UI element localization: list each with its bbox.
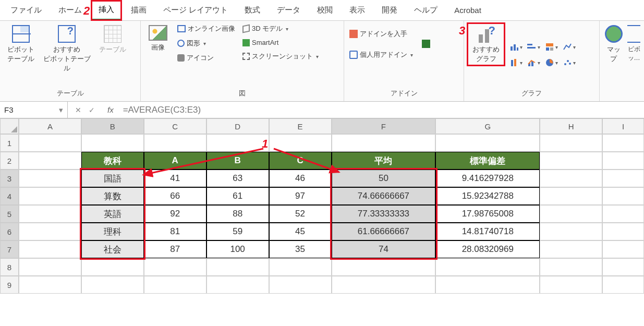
tab-developer[interactable]: 開発: [374, 1, 405, 19]
cancel-formula-button[interactable]: ✕: [75, 106, 81, 114]
column-chart-button[interactable]: ▾: [508, 40, 524, 54]
cell[interactable]: [540, 223, 602, 240]
bing-maps-addin[interactable]: [418, 23, 434, 65]
table-button[interactable]: テーブル: [95, 23, 130, 56]
cell[interactable]: [540, 152, 602, 170]
cell[interactable]: [540, 258, 602, 276]
cell[interactable]: [206, 258, 269, 276]
fx-icon[interactable]: fx: [102, 105, 119, 114]
scatter-chart-button[interactable]: ▾: [561, 56, 577, 69]
tab-help[interactable]: ヘルプ: [407, 1, 445, 19]
cell[interactable]: [540, 187, 602, 205]
cell[interactable]: 52: [269, 205, 332, 223]
cell[interactable]: [540, 240, 602, 258]
cell[interactable]: 92: [144, 205, 206, 223]
cell[interactable]: [19, 258, 81, 276]
name-box[interactable]: F3 ▾: [0, 102, 68, 118]
table-header-avg[interactable]: 平均: [332, 152, 436, 170]
row-header-9[interactable]: 9: [0, 276, 19, 294]
cell[interactable]: 59: [206, 223, 269, 240]
row-header-4[interactable]: 4: [0, 187, 19, 205]
table-header-c[interactable]: C: [269, 152, 332, 170]
tab-acrobat[interactable]: Acrobat: [447, 2, 489, 19]
tab-home[interactable]: ホーム: [51, 1, 89, 19]
cell[interactable]: [19, 223, 81, 240]
cell[interactable]: [19, 170, 81, 187]
cell-avg[interactable]: 77.33333333: [332, 205, 436, 223]
smartart-button[interactable]: SmartArt: [240, 38, 321, 47]
cell[interactable]: [602, 276, 644, 294]
col-header-E[interactable]: E: [269, 118, 332, 134]
row-header-2[interactable]: 2: [0, 152, 19, 170]
col-header-C[interactable]: C: [144, 118, 206, 134]
cell[interactable]: [206, 276, 269, 294]
formula-input[interactable]: =AVERAGE(C3:E3): [119, 105, 644, 115]
cell-subject[interactable]: 理科: [81, 223, 144, 240]
cell[interactable]: [602, 258, 644, 276]
tab-layout[interactable]: ページ レイアウト: [156, 1, 235, 19]
cell[interactable]: 46: [269, 170, 332, 187]
tab-file[interactable]: ファイル: [3, 1, 49, 19]
recommended-pivot-button[interactable]: おすすめ ピボットテーブル: [42, 23, 92, 75]
cell[interactable]: [540, 276, 602, 294]
3d-model-button[interactable]: 3D モデル▾: [240, 23, 321, 34]
table-header-b[interactable]: B: [206, 152, 269, 170]
tab-formulas[interactable]: 数式: [237, 1, 268, 19]
cell[interactable]: 66: [144, 187, 206, 205]
cell[interactable]: [144, 276, 206, 294]
shapes-button[interactable]: 図形▾: [175, 38, 237, 49]
cell[interactable]: [602, 187, 644, 205]
table-header-std[interactable]: 標準偏差: [435, 152, 540, 170]
cell[interactable]: 35: [269, 240, 332, 258]
cell[interactable]: [540, 205, 602, 223]
row-header-1[interactable]: 1: [0, 134, 19, 152]
cell[interactable]: 41: [144, 170, 206, 187]
cell[interactable]: 100: [206, 240, 269, 258]
row-header-6[interactable]: 6: [0, 223, 19, 240]
cell-avg[interactable]: 74.66666667: [332, 187, 436, 205]
select-all-corner[interactable]: [0, 118, 19, 134]
cell[interactable]: [435, 258, 540, 276]
cell-std[interactable]: 14.81740718: [435, 223, 540, 240]
cell[interactable]: [435, 276, 540, 294]
table-header-subject[interactable]: 教科: [81, 152, 144, 170]
cell-subject[interactable]: 国語: [81, 170, 144, 187]
tab-review[interactable]: 校閲: [310, 1, 340, 19]
cell[interactable]: 97: [269, 187, 332, 205]
cell[interactable]: [81, 276, 144, 294]
table-header-a[interactable]: A: [144, 152, 206, 170]
cell[interactable]: [19, 187, 81, 205]
row-header-3[interactable]: 3: [0, 170, 19, 187]
pivot-table-button[interactable]: ピボット テーブル: [3, 23, 39, 66]
cell-subject[interactable]: 社会: [81, 240, 144, 258]
cell[interactable]: [602, 240, 644, 258]
cell-subject[interactable]: 算数: [81, 187, 144, 205]
col-header-A[interactable]: A: [19, 118, 81, 134]
cell[interactable]: [19, 134, 81, 152]
cell[interactable]: 61: [206, 187, 269, 205]
cell[interactable]: [332, 258, 436, 276]
map-button[interactable]: マップ: [603, 23, 624, 66]
cell[interactable]: [81, 134, 144, 152]
col-header-H[interactable]: H: [540, 118, 602, 134]
col-header-F[interactable]: F: [332, 118, 436, 134]
cell[interactable]: [602, 170, 644, 187]
combo-chart-button[interactable]: ▾: [526, 56, 541, 69]
cell[interactable]: 81: [144, 223, 206, 240]
cell[interactable]: 88: [206, 205, 269, 223]
cell[interactable]: 63: [206, 170, 269, 187]
online-image-button[interactable]: オンライン画像: [175, 23, 237, 34]
cell[interactable]: [81, 258, 144, 276]
chevron-down-icon[interactable]: ▾: [59, 105, 63, 115]
icons-button[interactable]: アイコン: [175, 52, 237, 64]
cell[interactable]: 45: [269, 223, 332, 240]
cell[interactable]: [540, 134, 602, 152]
row-header-5[interactable]: 5: [0, 205, 19, 223]
cell[interactable]: [269, 134, 332, 152]
line-chart-button[interactable]: ▾: [561, 40, 577, 54]
cell[interactable]: 87: [144, 240, 206, 258]
tab-draw[interactable]: 描画: [124, 1, 154, 19]
cell-subject[interactable]: 英語: [81, 205, 144, 223]
cell-std[interactable]: 9.416297928: [435, 170, 540, 187]
tab-view[interactable]: 表示: [342, 1, 372, 19]
